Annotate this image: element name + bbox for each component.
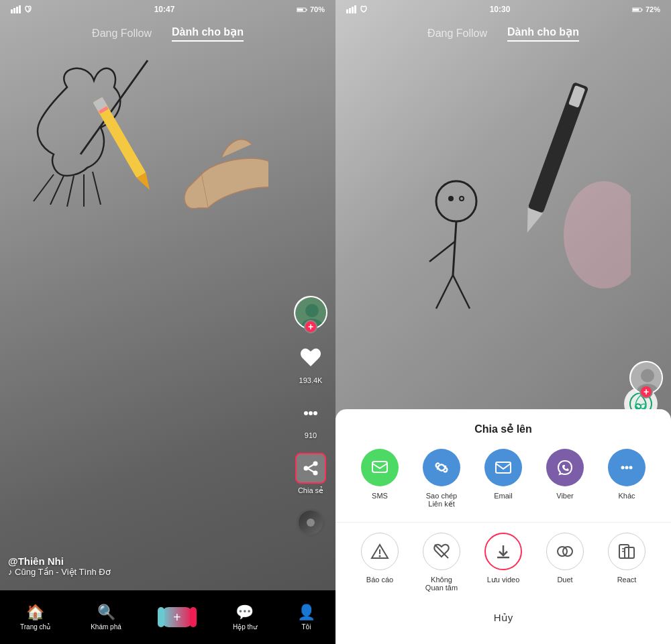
music-disc-icon-left bbox=[297, 508, 325, 537]
nav-home-left[interactable]: 🏠 Trang chủ bbox=[20, 604, 50, 631]
share-viber[interactable]: Viber bbox=[546, 449, 584, 508]
avatar-wrap-right[interactable]: + bbox=[629, 361, 663, 394]
tab-dang-follow-right[interactable]: Đang Follow bbox=[427, 28, 487, 40]
share-savevideo[interactable]: Lưu video bbox=[484, 533, 522, 592]
share-duet[interactable]: Duet bbox=[546, 533, 584, 592]
svg-line-29 bbox=[453, 221, 456, 275]
status-time-left: 10:47 bbox=[154, 5, 175, 14]
svg-rect-47 bbox=[372, 462, 387, 472]
music-disc-inner-left bbox=[307, 519, 315, 527]
notinterest-label: Không Quan tâm bbox=[425, 576, 458, 592]
report-icon bbox=[361, 533, 399, 570]
svg-rect-38 bbox=[349, 8, 351, 13]
share-copy[interactable]: Sao chép Liên kết bbox=[423, 449, 460, 508]
svg-line-5 bbox=[93, 172, 101, 205]
drawing-art-right bbox=[349, 67, 631, 322]
share-title: Chia sẻ lên bbox=[349, 423, 658, 435]
email-label: Email bbox=[494, 492, 513, 500]
svg-rect-12 bbox=[16, 7, 18, 13]
nav-inbox-left[interactable]: 💬 Hộp thư bbox=[233, 604, 257, 631]
svg-rect-16 bbox=[297, 9, 303, 11]
svg-rect-11 bbox=[13, 8, 15, 13]
share-more[interactable]: Khác bbox=[608, 449, 646, 508]
side-actions-left: + 193.4K 910 bbox=[294, 296, 327, 537]
more-label: Khác bbox=[618, 492, 635, 500]
nav-create-left[interactable]: + bbox=[162, 607, 193, 627]
duet-icon bbox=[546, 533, 584, 570]
tab-danh-cho-ban-left[interactable]: Dành cho bạn bbox=[172, 25, 244, 42]
svg-point-24 bbox=[313, 471, 318, 476]
share-cancel[interactable]: Hủy bbox=[349, 605, 658, 631]
svg-rect-37 bbox=[346, 9, 348, 13]
svg-point-25 bbox=[304, 466, 309, 471]
search-icon-left: 🔍 bbox=[97, 604, 115, 621]
copy-label: Sao chép Liên kết bbox=[426, 492, 457, 508]
nav-profile-left[interactable]: 👤 Tôi bbox=[297, 604, 315, 631]
create-icon-left: + bbox=[162, 607, 193, 627]
svg-point-21 bbox=[309, 411, 313, 415]
music-disc-left[interactable] bbox=[297, 508, 325, 537]
copy-icon bbox=[423, 449, 460, 486]
nav-home-label-left: Trang chủ bbox=[20, 623, 50, 631]
share-react[interactable]: React bbox=[608, 533, 646, 592]
like-button-left[interactable]: 193.4K bbox=[295, 343, 326, 384]
report-label: Báo cáo bbox=[366, 576, 393, 584]
svg-point-23 bbox=[313, 462, 318, 466]
right-phone: 10:30 72% Đang Follow Dành cho bạn + bbox=[336, 0, 671, 644]
share-report[interactable]: Báo cáo bbox=[361, 533, 399, 592]
svg-line-31 bbox=[453, 275, 470, 309]
comment-icon-left bbox=[295, 398, 326, 429]
comment-button-left[interactable]: 910 bbox=[295, 398, 326, 439]
nav-inbox-label-left: Hộp thư bbox=[233, 623, 257, 631]
status-bar-right: 10:30 72% bbox=[336, 0, 671, 19]
svg-line-2 bbox=[50, 176, 64, 205]
share-row-1: SMS Sao chép Liên kết bbox=[349, 449, 658, 508]
more-icon bbox=[608, 449, 646, 486]
song-info-left: ♪ Cũng Tần - Việt Tình Đơ bbox=[8, 567, 111, 577]
battery-pct-left: 70% bbox=[310, 5, 325, 13]
svg-point-50 bbox=[625, 466, 629, 470]
drawing-art-left bbox=[13, 54, 268, 282]
share-sms[interactable]: SMS bbox=[361, 449, 399, 508]
left-phone: 10:47 70% Đang Follow Dành cho bạn bbox=[0, 0, 336, 644]
inbox-icon-left: 💬 bbox=[236, 604, 254, 621]
nav-explore-left[interactable]: 🔍 Khám phá bbox=[91, 604, 121, 631]
svg-point-36 bbox=[564, 181, 631, 288]
share-row-2: Báo cáo Không Quan tâm bbox=[349, 533, 658, 592]
svg-point-49 bbox=[621, 466, 625, 470]
status-battery-right: 72% bbox=[632, 5, 660, 13]
status-time-right: 10:30 bbox=[490, 5, 511, 14]
avatar-plus-right[interactable]: + bbox=[639, 385, 653, 398]
share-notinterest[interactable]: Không Quan tâm bbox=[423, 533, 460, 592]
tab-dang-follow-left[interactable]: Đang Follow bbox=[92, 28, 152, 40]
svg-point-45 bbox=[641, 369, 654, 382]
tab-danh-cho-ban-right[interactable]: Dành cho bạn bbox=[507, 25, 579, 42]
avatar-plus-left[interactable]: + bbox=[304, 320, 317, 333]
svg-rect-15 bbox=[306, 9, 307, 11]
email-icon bbox=[484, 449, 522, 486]
avatar-wrap-left[interactable]: + bbox=[294, 296, 327, 329]
bottom-info-left: @Thiên Nhi ♪ Cũng Tần - Việt Tình Đơ bbox=[8, 555, 111, 577]
share-button-left[interactable]: Chia sẻ bbox=[295, 453, 326, 495]
react-label: React bbox=[617, 576, 637, 584]
svg-point-28 bbox=[460, 197, 464, 201]
svg-line-32 bbox=[429, 241, 455, 262]
svg-rect-10 bbox=[11, 9, 13, 13]
viber-icon bbox=[546, 449, 584, 486]
svg-point-27 bbox=[448, 196, 454, 201]
svg-point-26 bbox=[436, 181, 476, 221]
bottom-nav-left: 🏠 Trang chủ 🔍 Khám phá + 💬 Hộp thư 👤 Tôi bbox=[0, 590, 336, 644]
share-email[interactable]: Email bbox=[484, 449, 522, 508]
svg-line-1 bbox=[34, 174, 54, 201]
svg-point-22 bbox=[313, 411, 317, 415]
viber-label: Viber bbox=[556, 492, 573, 500]
top-nav-right: Đang Follow Dành cho bạn bbox=[336, 19, 671, 48]
battery-pct-right: 72% bbox=[646, 5, 660, 13]
svg-point-18 bbox=[305, 304, 319, 317]
svg-rect-48 bbox=[496, 462, 511, 473]
svg-rect-42 bbox=[641, 9, 642, 11]
savevideo-label: Lưu video bbox=[487, 576, 520, 584]
like-count-left: 193.4K bbox=[299, 376, 323, 384]
profile-icon-left: 👤 bbox=[297, 604, 315, 621]
duet-label: Duet bbox=[557, 576, 572, 584]
